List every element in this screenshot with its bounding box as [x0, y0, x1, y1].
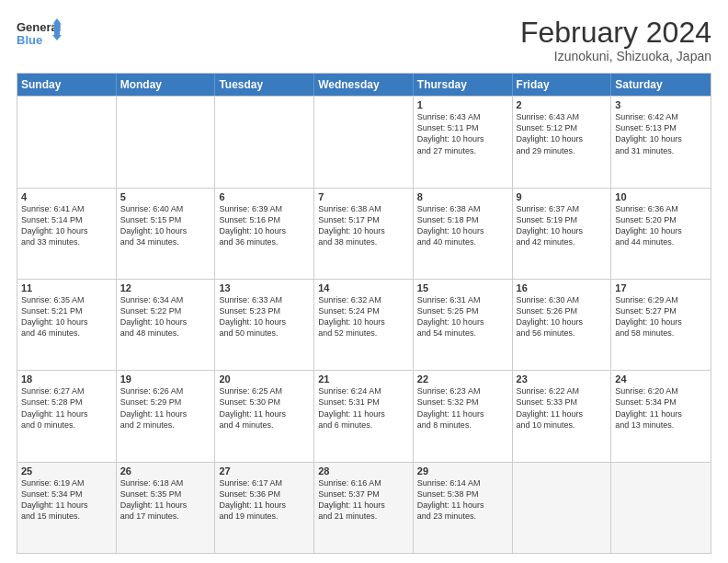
calendar-cell-w3-d5: 15Sunrise: 6:31 AM Sunset: 5:25 PM Dayli… [414, 280, 513, 370]
header-wednesday: Wednesday [314, 74, 414, 96]
calendar-cell-w2-d2: 5Sunrise: 6:40 AM Sunset: 5:15 PM Daylig… [117, 189, 216, 279]
cell-date-number: 8 [417, 191, 508, 202]
calendar-cell-w5-d4: 28Sunrise: 6:16 AM Sunset: 5:37 PM Dayli… [314, 463, 414, 553]
cell-sun-info: Sunrise: 6:29 AM Sunset: 5:27 PM Dayligh… [615, 294, 707, 339]
header-friday: Friday [513, 74, 612, 96]
page: General Blue February 2024 Izunokuni, Sh… [0, 0, 728, 563]
calendar-week-1: 1Sunrise: 6:43 AM Sunset: 5:11 PM Daylig… [17, 96, 711, 187]
cell-sun-info: Sunrise: 6:41 AM Sunset: 5:14 PM Dayligh… [21, 203, 112, 248]
calendar-cell-w2-d6: 9Sunrise: 6:37 AM Sunset: 5:19 PM Daylig… [513, 189, 612, 279]
cell-date-number: 16 [517, 282, 608, 293]
calendar-cell-w3-d7: 17Sunrise: 6:29 AM Sunset: 5:27 PM Dayli… [611, 280, 711, 370]
calendar-week-5: 25Sunrise: 6:19 AM Sunset: 5:34 PM Dayli… [17, 462, 711, 553]
cell-sun-info: Sunrise: 6:35 AM Sunset: 5:21 PM Dayligh… [21, 294, 112, 339]
calendar-week-2: 4Sunrise: 6:41 AM Sunset: 5:14 PM Daylig… [17, 188, 711, 279]
cell-sun-info: Sunrise: 6:33 AM Sunset: 5:23 PM Dayligh… [219, 294, 310, 339]
cell-sun-info: Sunrise: 6:19 AM Sunset: 5:34 PM Dayligh… [21, 477, 112, 523]
cell-date-number: 15 [417, 282, 508, 293]
header-thursday: Thursday [414, 74, 513, 96]
cell-date-number: 14 [318, 282, 409, 293]
cell-date-number: 29 [417, 465, 508, 477]
svg-text:Blue: Blue [17, 33, 42, 47]
cell-sun-info: Sunrise: 6:39 AM Sunset: 5:16 PM Dayligh… [219, 203, 310, 248]
calendar-cell-w4-d5: 22Sunrise: 6:23 AM Sunset: 5:32 PM Dayli… [414, 371, 513, 461]
header-monday: Monday [117, 74, 216, 96]
calendar-cell-w3-d3: 13Sunrise: 6:33 AM Sunset: 5:23 PM Dayli… [215, 280, 314, 370]
calendar-title: February 2024 [520, 17, 711, 49]
header-sunday: Sunday [17, 74, 117, 96]
calendar-cell-w3-d2: 12Sunrise: 6:34 AM Sunset: 5:22 PM Dayli… [117, 280, 216, 370]
calendar-location: Izunokuni, Shizuoka, Japan [520, 49, 711, 63]
cell-date-number: 27 [219, 465, 310, 477]
calendar-cell-w2-d4: 7Sunrise: 6:38 AM Sunset: 5:17 PM Daylig… [314, 189, 414, 279]
cell-date-number: 26 [120, 465, 211, 477]
calendar-cell-w3-d1: 11Sunrise: 6:35 AM Sunset: 5:21 PM Dayli… [17, 280, 117, 370]
calendar-cell-w2-d5: 8Sunrise: 6:38 AM Sunset: 5:18 PM Daylig… [414, 189, 513, 279]
calendar-cell-w4-d7: 24Sunrise: 6:20 AM Sunset: 5:34 PM Dayli… [611, 371, 711, 461]
calendar-cell-w1-d5: 1Sunrise: 6:43 AM Sunset: 5:11 PM Daylig… [414, 97, 513, 187]
cell-sun-info: Sunrise: 6:38 AM Sunset: 5:18 PM Dayligh… [417, 203, 508, 248]
calendar-cell-w5-d1: 25Sunrise: 6:19 AM Sunset: 5:34 PM Dayli… [17, 463, 117, 553]
cell-sun-info: Sunrise: 6:38 AM Sunset: 5:17 PM Dayligh… [318, 203, 409, 248]
calendar-cell-w2-d3: 6Sunrise: 6:39 AM Sunset: 5:16 PM Daylig… [215, 189, 314, 279]
calendar-cell-w3-d6: 16Sunrise: 6:30 AM Sunset: 5:26 PM Dayli… [513, 280, 612, 370]
cell-date-number: 9 [517, 191, 608, 202]
cell-sun-info: Sunrise: 6:30 AM Sunset: 5:26 PM Dayligh… [517, 294, 608, 339]
calendar-cell-w5-d5: 29Sunrise: 6:14 AM Sunset: 5:38 PM Dayli… [414, 463, 513, 553]
cell-date-number: 1 [417, 99, 508, 110]
logo: General Blue [17, 17, 63, 50]
calendar-cell-w1-d4 [314, 97, 414, 187]
cell-sun-info: Sunrise: 6:43 AM Sunset: 5:12 PM Dayligh… [517, 111, 608, 156]
cell-sun-info: Sunrise: 6:26 AM Sunset: 5:29 PM Dayligh… [120, 385, 211, 431]
cell-sun-info: Sunrise: 6:22 AM Sunset: 5:33 PM Dayligh… [517, 385, 608, 431]
calendar-cell-w5-d3: 27Sunrise: 6:17 AM Sunset: 5:36 PM Dayli… [215, 463, 314, 553]
header-tuesday: Tuesday [215, 74, 314, 96]
cell-sun-info: Sunrise: 6:36 AM Sunset: 5:20 PM Dayligh… [615, 203, 707, 248]
cell-sun-info: Sunrise: 6:42 AM Sunset: 5:13 PM Dayligh… [615, 111, 707, 156]
calendar-header-row: Sunday Monday Tuesday Wednesday Thursday… [17, 74, 711, 96]
title-block: February 2024 Izunokuni, Shizuoka, Japan [520, 17, 711, 63]
calendar-body: 1Sunrise: 6:43 AM Sunset: 5:11 PM Daylig… [17, 96, 711, 553]
logo-svg: General Blue [17, 17, 63, 50]
calendar-week-3: 11Sunrise: 6:35 AM Sunset: 5:21 PM Dayli… [17, 279, 711, 370]
calendar-cell-w1-d7: 3Sunrise: 6:42 AM Sunset: 5:13 PM Daylig… [611, 97, 711, 187]
cell-date-number: 7 [318, 191, 409, 202]
cell-date-number: 20 [219, 373, 310, 385]
cell-date-number: 2 [517, 99, 608, 110]
cell-date-number: 17 [615, 282, 707, 293]
cell-date-number: 19 [120, 373, 211, 385]
cell-sun-info: Sunrise: 6:43 AM Sunset: 5:11 PM Dayligh… [417, 111, 508, 156]
cell-date-number: 11 [21, 282, 112, 293]
calendar: Sunday Monday Tuesday Wednesday Thursday… [17, 73, 711, 554]
cell-date-number: 22 [417, 373, 508, 385]
cell-date-number: 10 [615, 191, 707, 202]
cell-date-number: 21 [318, 373, 409, 385]
calendar-cell-w1-d1 [17, 97, 117, 187]
cell-date-number: 4 [21, 191, 112, 202]
cell-date-number: 12 [120, 282, 211, 293]
cell-sun-info: Sunrise: 6:14 AM Sunset: 5:38 PM Dayligh… [417, 477, 508, 523]
cell-sun-info: Sunrise: 6:17 AM Sunset: 5:36 PM Dayligh… [219, 477, 310, 523]
calendar-cell-w1-d3 [215, 97, 314, 187]
cell-sun-info: Sunrise: 6:37 AM Sunset: 5:19 PM Dayligh… [517, 203, 608, 248]
calendar-cell-w4-d4: 21Sunrise: 6:24 AM Sunset: 5:31 PM Dayli… [314, 371, 414, 461]
cell-sun-info: Sunrise: 6:25 AM Sunset: 5:30 PM Dayligh… [219, 385, 310, 431]
cell-sun-info: Sunrise: 6:40 AM Sunset: 5:15 PM Dayligh… [120, 203, 211, 248]
cell-sun-info: Sunrise: 6:32 AM Sunset: 5:24 PM Dayligh… [318, 294, 409, 339]
cell-date-number: 28 [318, 465, 409, 477]
calendar-week-4: 18Sunrise: 6:27 AM Sunset: 5:28 PM Dayli… [17, 370, 711, 461]
calendar-cell-w3-d4: 14Sunrise: 6:32 AM Sunset: 5:24 PM Dayli… [314, 280, 414, 370]
calendar-cell-w4-d3: 20Sunrise: 6:25 AM Sunset: 5:30 PM Dayli… [215, 371, 314, 461]
cell-sun-info: Sunrise: 6:31 AM Sunset: 5:25 PM Dayligh… [417, 294, 508, 339]
cell-date-number: 18 [21, 373, 112, 385]
cell-date-number: 24 [615, 373, 707, 385]
calendar-cell-w5-d2: 26Sunrise: 6:18 AM Sunset: 5:35 PM Dayli… [117, 463, 216, 553]
calendar-cell-w5-d6 [513, 463, 612, 553]
cell-sun-info: Sunrise: 6:23 AM Sunset: 5:32 PM Dayligh… [417, 385, 508, 431]
cell-sun-info: Sunrise: 6:27 AM Sunset: 5:28 PM Dayligh… [21, 385, 112, 431]
calendar-cell-w5-d7 [611, 463, 711, 553]
cell-date-number: 25 [21, 465, 112, 477]
cell-date-number: 23 [517, 373, 608, 385]
calendar-cell-w2-d1: 4Sunrise: 6:41 AM Sunset: 5:14 PM Daylig… [17, 189, 117, 279]
calendar-cell-w2-d7: 10Sunrise: 6:36 AM Sunset: 5:20 PM Dayli… [611, 189, 711, 279]
